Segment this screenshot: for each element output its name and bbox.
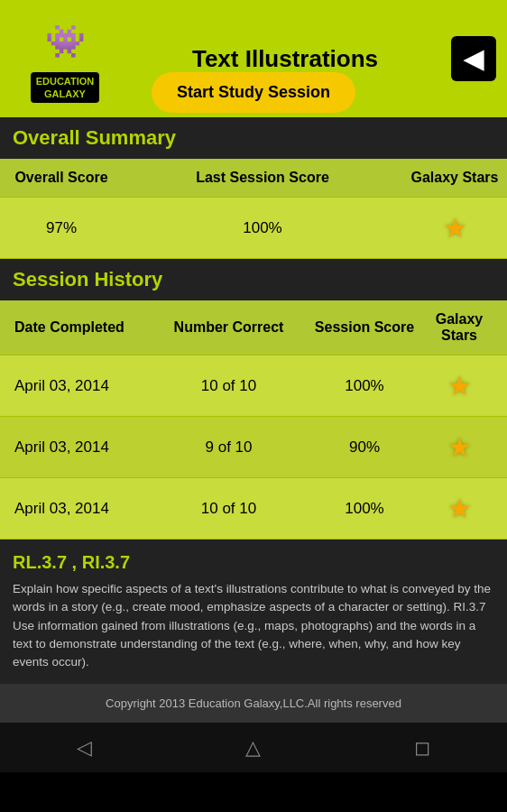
session-date-2: April 03, 2014 — [7, 438, 147, 457]
last-session-col-header: Last Session Score — [115, 170, 410, 186]
session-stars-1: ★ — [419, 370, 500, 401]
page-title: Text Illustrations — [119, 45, 451, 73]
star-icon: ★ — [443, 213, 467, 243]
overall-table-header-row: Overall Score Last Session Score Galaxy … — [0, 159, 507, 198]
standards-section: RL.3.7 , RI.3.7 Explain how specific asp… — [0, 540, 507, 684]
score-col-header: Session Score — [310, 319, 419, 336]
session-date-1: April 03, 2014 — [7, 377, 147, 395]
logo: 👾 EDUCATION GALAXY — [11, 14, 119, 104]
session-score-1: 100% — [310, 377, 419, 395]
overall-galaxy-stars-value: ★ — [410, 212, 500, 244]
logo-image: 👾 — [38, 14, 92, 69]
correct-col-header: Number Correct — [147, 319, 310, 336]
session-table-header-row: Date Completed Number Correct Session Sc… — [0, 300, 507, 355]
overall-table-data-row: 97% 100% ★ — [0, 198, 507, 259]
star-icon: ★ — [447, 432, 472, 462]
star-icon: ★ — [447, 371, 472, 401]
last-session-score-value: 100% — [115, 219, 410, 237]
session-score-3: 100% — [310, 500, 419, 518]
nav-recent-icon[interactable]: ◻ — [414, 736, 430, 760]
session-date-3: April 03, 2014 — [7, 500, 147, 518]
star-icon: ★ — [447, 494, 472, 523]
session-history-header: Session History — [0, 259, 507, 300]
standards-description: Explain how specific aspects of a text's… — [13, 580, 494, 671]
standards-title: RL.3.7 , RI.3.7 — [13, 552, 494, 573]
session-correct-2: 9 of 10 — [147, 438, 310, 457]
copyright-bar: Copyright 2013 Education Galaxy,LLC.All … — [0, 684, 507, 723]
android-nav-bar: ◁ △ ◻ — [0, 723, 507, 772]
session-row-3: April 03, 2014 10 of 10 100% ★ — [0, 478, 507, 540]
session-stars-2: ★ — [419, 431, 500, 463]
galaxy-stars-col-header: Galaxy Stars — [410, 170, 500, 186]
overall-score-value: 97% — [7, 219, 115, 237]
overall-score-col-header: Overall Score — [7, 170, 115, 186]
logo-alien-icon: 👾 — [45, 25, 86, 58]
session-stars-3: ★ — [419, 493, 500, 524]
start-study-session-button[interactable]: Start Study Session — [152, 72, 355, 113]
nav-home-icon[interactable]: △ — [245, 736, 261, 760]
date-col-header: Date Completed — [7, 319, 147, 336]
header: 👾 EDUCATION GALAXY Text Illustrations ◀ … — [0, 0, 507, 117]
logo-text: EDUCATION GALAXY — [31, 72, 100, 104]
session-score-2: 90% — [310, 438, 419, 457]
overall-summary-table: Overall Score Last Session Score Galaxy … — [0, 159, 507, 259]
gstars-col-header: Galaxy Stars — [419, 311, 500, 344]
session-correct-1: 10 of 10 — [147, 377, 310, 395]
overall-summary-header: Overall Summary — [0, 117, 507, 159]
session-history-table: Date Completed Number Correct Session Sc… — [0, 300, 507, 540]
back-icon: ◀ — [464, 44, 484, 74]
nav-back-icon[interactable]: ◁ — [77, 736, 92, 760]
session-row-1: April 03, 2014 10 of 10 100% ★ — [0, 355, 507, 417]
back-button[interactable]: ◀ — [451, 36, 496, 81]
session-row-2: April 03, 2014 9 of 10 90% ★ — [0, 417, 507, 478]
session-correct-3: 10 of 10 — [147, 500, 310, 518]
